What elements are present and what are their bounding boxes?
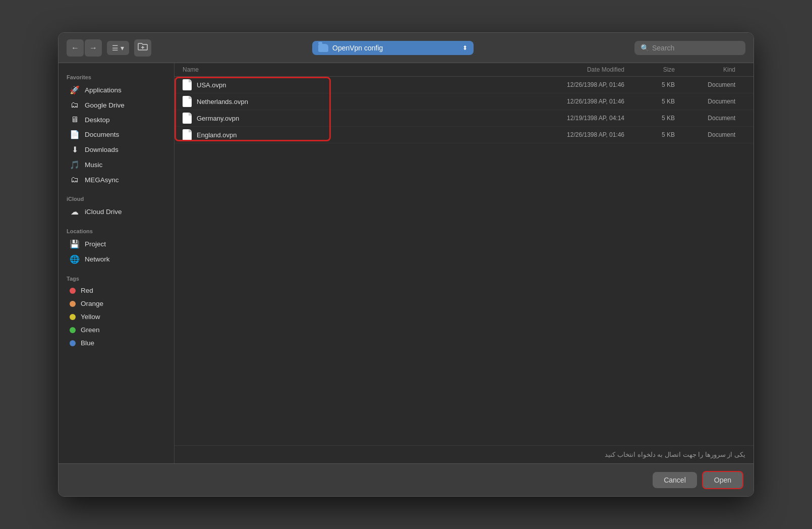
file-kind: Document bbox=[685, 131, 745, 138]
back-button[interactable]: ← bbox=[67, 39, 84, 57]
file-size: 5 KB bbox=[634, 115, 685, 122]
file-kind: Document bbox=[685, 81, 745, 88]
col-name-header: Name bbox=[183, 66, 524, 73]
sidebar-item-label: Google Drive bbox=[85, 101, 125, 109]
file-name-cell: England.ovpn bbox=[183, 129, 524, 140]
file-name: England.ovpn bbox=[197, 131, 237, 139]
tag-label: Blue bbox=[81, 339, 94, 347]
sidebar-item-label: Downloads bbox=[85, 146, 119, 153]
file-list-body: USA.ovpn 12/26/1398 AP, 01:46 5 KB Docum… bbox=[175, 77, 753, 445]
applications-icon: 🚀 bbox=[70, 85, 80, 95]
file-date: 12/26/1398 AP, 01:46 bbox=[524, 131, 634, 138]
file-name: Netherlands.ovpn bbox=[197, 98, 248, 105]
forward-button[interactable]: → bbox=[85, 39, 102, 57]
col-kind-header: Kind bbox=[685, 66, 745, 73]
chevron-updown-icon: ⬍ bbox=[462, 44, 468, 51]
open-button[interactable]: Open bbox=[702, 471, 743, 489]
google-drive-icon: 🗂 bbox=[70, 100, 80, 110]
file-name: Germany.ovpn bbox=[197, 115, 239, 122]
search-icon: 🔍 bbox=[641, 44, 649, 52]
sidebar-item-megasync[interactable]: 🗂 MEGAsync bbox=[62, 173, 171, 187]
file-icon bbox=[183, 79, 192, 90]
sidebar: Favorites 🚀 Applications 🗂 Google Drive … bbox=[59, 63, 175, 463]
col-date-header: Date Modified bbox=[524, 66, 634, 73]
file-size: 5 KB bbox=[634, 131, 685, 138]
tag-label: Yellow bbox=[81, 313, 100, 321]
sidebar-item-applications[interactable]: 🚀 Applications bbox=[62, 83, 171, 97]
tag-label: Red bbox=[81, 287, 93, 294]
file-icon bbox=[183, 113, 192, 124]
sidebar-item-label: Network bbox=[85, 255, 110, 263]
blue-dot bbox=[70, 340, 76, 346]
network-icon: 🌐 bbox=[70, 254, 80, 264]
sidebar-item-label: Music bbox=[85, 161, 102, 169]
sidebar-item-tag-yellow[interactable]: Yellow bbox=[62, 310, 171, 323]
search-bar: 🔍 bbox=[634, 41, 745, 55]
tags-section-title: Tags bbox=[59, 271, 174, 284]
sidebar-item-downloads[interactable]: ⬇ Downloads bbox=[62, 142, 171, 157]
file-name-cell: Netherlands.ovpn bbox=[183, 96, 524, 107]
sidebar-item-project[interactable]: 💾 Project bbox=[62, 237, 171, 251]
file-dialog: ← → ☰ ▾ OpenVpn config ⬍ 🔍 bbox=[58, 32, 754, 497]
sidebar-item-documents[interactable]: 📄 Documents bbox=[62, 127, 171, 142]
file-kind: Document bbox=[685, 98, 745, 105]
cancel-button[interactable]: Cancel bbox=[653, 472, 697, 488]
sidebar-item-network[interactable]: 🌐 Network bbox=[62, 252, 171, 267]
documents-icon: 📄 bbox=[70, 130, 80, 139]
file-icon bbox=[183, 96, 192, 107]
sidebar-item-label: MEGAsync bbox=[85, 176, 119, 184]
table-row[interactable]: England.ovpn 12/26/1398 AP, 01:46 5 KB D… bbox=[175, 127, 753, 143]
downloads-icon: ⬇ bbox=[70, 145, 80, 154]
locations-section-title: Locations bbox=[59, 223, 174, 236]
file-area: Name Date Modified Size Kind USA.ovpn 12… bbox=[175, 63, 753, 463]
megasync-icon: 🗂 bbox=[70, 175, 80, 184]
location-selector[interactable]: OpenVpn config ⬍ bbox=[312, 41, 474, 55]
file-date: 12/26/1398 AP, 01:46 bbox=[524, 81, 634, 88]
sidebar-item-desktop[interactable]: 🖥 Desktop bbox=[62, 113, 171, 127]
location-name: OpenVpn config bbox=[332, 44, 383, 52]
file-name-cell: Germany.ovpn bbox=[183, 113, 524, 124]
desktop-icon: 🖥 bbox=[70, 115, 80, 124]
tag-label: Green bbox=[81, 326, 100, 334]
file-date: 12/19/1398 AP, 04:14 bbox=[524, 115, 634, 122]
nav-buttons: ← → bbox=[67, 39, 102, 57]
sidebar-item-tag-blue[interactable]: Blue bbox=[62, 337, 171, 349]
sidebar-item-tag-orange[interactable]: Orange bbox=[62, 297, 171, 310]
file-date: 12/26/1398 AP, 01:46 bbox=[524, 98, 634, 105]
icloud-icon: ☁ bbox=[70, 207, 80, 217]
col-size-header: Size bbox=[634, 66, 685, 73]
search-input[interactable] bbox=[652, 44, 739, 52]
chevron-down-icon: ▾ bbox=[121, 44, 124, 52]
new-folder-button[interactable] bbox=[134, 39, 151, 57]
table-row[interactable]: USA.ovpn 12/26/1398 AP, 01:46 5 KB Docum… bbox=[175, 77, 753, 93]
orange-dot bbox=[70, 301, 76, 307]
menu-icon: ☰ bbox=[112, 44, 119, 52]
sidebar-item-tag-green[interactable]: Green bbox=[62, 324, 171, 336]
file-icon bbox=[183, 129, 192, 140]
sidebar-item-label: iCloud Drive bbox=[85, 208, 122, 216]
table-row[interactable]: Germany.ovpn 12/19/1398 AP, 04:14 5 KB D… bbox=[175, 110, 753, 127]
folder-icon bbox=[318, 44, 328, 52]
sidebar-item-music[interactable]: 🎵 Music bbox=[62, 157, 171, 172]
file-name: USA.ovpn bbox=[197, 81, 226, 89]
sidebar-item-label: Applications bbox=[85, 86, 122, 94]
red-dot bbox=[70, 288, 76, 294]
file-list-header: Name Date Modified Size Kind bbox=[175, 63, 753, 77]
file-kind: Document bbox=[685, 115, 745, 122]
file-name-cell: USA.ovpn bbox=[183, 79, 524, 90]
sidebar-item-icloud-drive[interactable]: ☁ iCloud Drive bbox=[62, 204, 171, 219]
main-content: Favorites 🚀 Applications 🗂 Google Drive … bbox=[59, 63, 753, 463]
bottom-bar: Cancel Open bbox=[59, 463, 753, 496]
folder-plus-icon bbox=[138, 42, 148, 54]
sidebar-item-tag-red[interactable]: Red bbox=[62, 284, 171, 297]
project-icon: 💾 bbox=[70, 239, 80, 249]
sidebar-item-label: Desktop bbox=[85, 116, 110, 124]
sidebar-item-google-drive[interactable]: 🗂 Google Drive bbox=[62, 98, 171, 112]
view-menu-button[interactable]: ☰ ▾ bbox=[107, 41, 129, 55]
yellow-dot bbox=[70, 314, 76, 320]
icloud-section-title: iCloud bbox=[59, 191, 174, 204]
favorites-section-title: Favorites bbox=[59, 69, 174, 82]
green-dot bbox=[70, 327, 76, 333]
sidebar-item-label: Documents bbox=[85, 131, 119, 138]
table-row[interactable]: Netherlands.ovpn 12/26/1398 AP, 01:46 5 … bbox=[175, 93, 753, 110]
